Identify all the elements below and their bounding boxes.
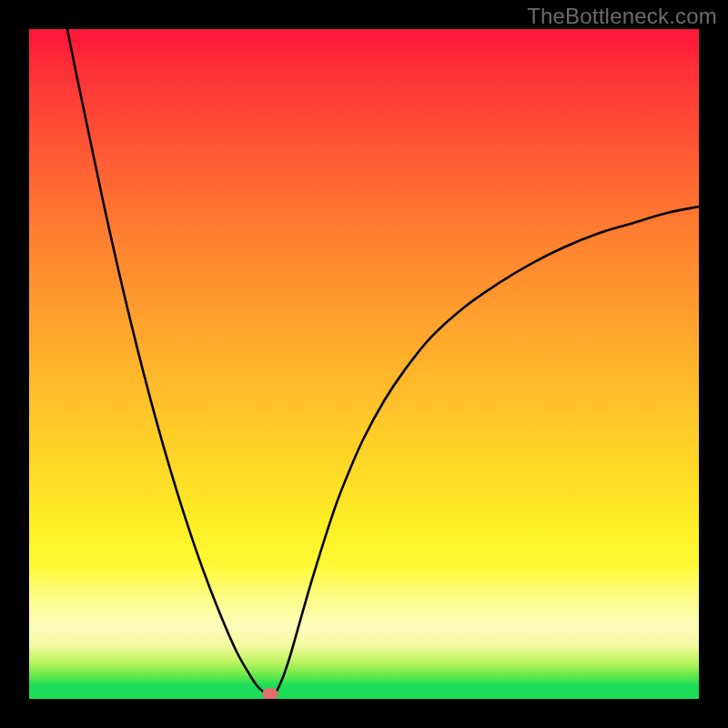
curve-right-branch [273,207,699,696]
plot-area [29,29,699,699]
chart-frame: TheBottleneck.com [0,0,728,728]
curve-svg [29,29,699,699]
watermark: TheBottleneck.com [527,4,717,29]
optimum-marker [262,688,278,699]
curve-left-branch [67,29,268,696]
